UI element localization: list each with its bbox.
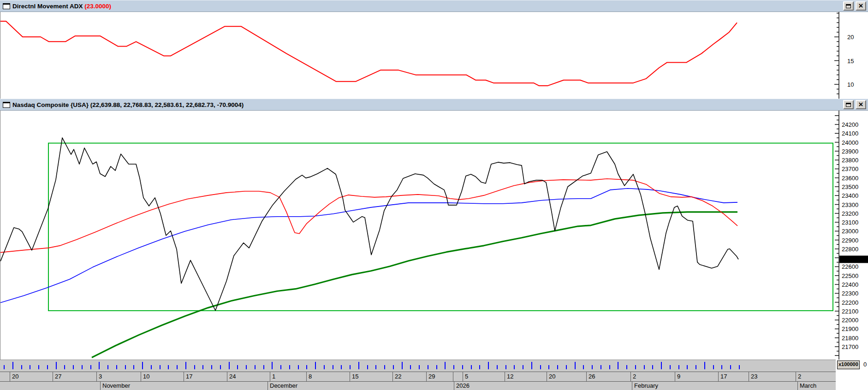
day-tick: [211, 365, 212, 369]
day-tick: [618, 362, 618, 369]
day-tick: [514, 365, 515, 369]
day-tick: [488, 362, 489, 369]
price-plot[interactable]: 2420024100240002390023800237002360023500…: [0, 111, 868, 360]
price-y-label: 24200: [842, 121, 858, 128]
day-tick: [644, 365, 645, 369]
charting-app-window: Directnl Movement ADX (23.0000) × 201510…: [0, 0, 868, 390]
price-titlebar[interactable]: Nasdaq Composite {USA} (22,639.88, 22,76…: [0, 99, 868, 111]
day-tick: [713, 365, 714, 369]
adx-current-value: (23.0000): [84, 3, 111, 10]
price-y-label: 22900: [842, 237, 858, 244]
week-label-cell: 2: [796, 372, 836, 381]
day-tick: [246, 365, 247, 369]
day-tick: [436, 365, 437, 369]
day-tick: [194, 365, 195, 369]
price-y-label: 22400: [842, 281, 858, 288]
day-tick: [739, 365, 740, 369]
close-icon: ×: [859, 3, 863, 9]
window-icon[interactable]: [3, 3, 10, 9]
day-tick: [557, 365, 558, 369]
week-label-row: 202731017241815222951220262917232: [0, 372, 836, 382]
day-tick: [177, 365, 178, 369]
day-tick: [64, 365, 65, 369]
price-y-label: 23000: [842, 228, 858, 235]
price-y-label: 22800: [842, 246, 858, 253]
day-tick: [255, 365, 256, 369]
day-tick: [531, 362, 532, 369]
day-tick: [375, 365, 376, 369]
price-y-label: 21700: [842, 343, 858, 350]
month-label-cell: 2026: [454, 382, 632, 390]
day-tick: [56, 362, 57, 369]
day-tick: [237, 365, 238, 369]
day-tick: [21, 365, 22, 369]
day-tick: [384, 365, 385, 369]
day-tick: [661, 362, 662, 369]
week-label-cell: 22: [392, 372, 426, 381]
day-tick: [324, 365, 325, 369]
day-tick: [280, 365, 281, 369]
week-label-cell: 27: [53, 372, 96, 381]
day-tick: [721, 365, 722, 369]
price-y-label: 22100: [842, 308, 858, 315]
week-label-cell: 17: [718, 372, 749, 381]
day-tick: [523, 365, 523, 369]
last-price-label: 22682.73: [841, 256, 866, 263]
adx-y-label: 15: [847, 58, 854, 65]
month-label-cell: December: [268, 382, 454, 390]
adx-titlebar[interactable]: Directnl Movement ADX (23.0000) ×: [0, 0, 868, 12]
day-tick: [107, 365, 108, 369]
day-tick: [704, 362, 705, 369]
price-y-label: 21900: [842, 325, 858, 332]
day-tick: [540, 365, 541, 369]
maximize-icon: [846, 103, 851, 107]
maximize-button[interactable]: [843, 100, 854, 109]
maximize-button[interactable]: [843, 1, 854, 11]
week-label-cell: 9: [675, 372, 718, 381]
day-tick: [82, 365, 83, 369]
adx-chart-pane[interactable]: 201510: [0, 12, 868, 99]
day-tick: [4, 365, 5, 369]
day-tick: [38, 365, 39, 369]
price-y-label: 23300: [842, 201, 858, 208]
month-label-cell: February: [632, 382, 797, 390]
close-button[interactable]: ×: [856, 1, 866, 11]
day-tick: [125, 365, 126, 369]
price-y-label: 21800: [842, 335, 858, 342]
price-y-label: 23200: [842, 210, 858, 217]
day-tick: [272, 362, 273, 369]
price-y-label: 23100: [842, 219, 858, 226]
week-label-cell: 17: [184, 372, 227, 381]
close-button[interactable]: ×: [856, 100, 866, 109]
day-tick: [289, 365, 290, 369]
day-tick: [410, 365, 411, 369]
day-tick: [548, 365, 549, 369]
day-tick: [142, 362, 143, 369]
daily-tick-strip: [0, 360, 836, 372]
week-label-cell: 1: [270, 372, 306, 381]
price-y-label: 23600: [842, 175, 858, 182]
day-tick: [479, 365, 480, 369]
price-y-label: 23500: [842, 183, 858, 190]
day-tick: [635, 365, 636, 369]
price-y-label: 23400: [842, 192, 858, 199]
window-icon[interactable]: [3, 102, 10, 108]
day-tick: [609, 365, 610, 369]
trend-box[interactable]: [48, 143, 833, 310]
price-y-label: 23800: [842, 157, 858, 164]
day-tick: [90, 365, 91, 369]
price-y-label: 22500: [842, 272, 858, 279]
day-tick: [583, 365, 584, 369]
time-axis[interactable]: 202731017241815222951220262917232 Novemb…: [0, 360, 836, 390]
price-chart-pane[interactable]: 2420024100240002390023800237002360023500…: [0, 111, 868, 360]
day-tick: [99, 362, 100, 369]
adx-plot[interactable]: 201510: [0, 12, 868, 99]
volume-zero-label: 0: [863, 361, 867, 368]
ma-mid-line: [0, 189, 737, 303]
day-tick: [12, 362, 13, 369]
week-label-cell: [453, 372, 463, 381]
adx-line: [0, 21, 737, 86]
day-tick: [575, 362, 576, 369]
week-label-cell: 8: [306, 372, 350, 381]
day-tick: [185, 362, 186, 369]
